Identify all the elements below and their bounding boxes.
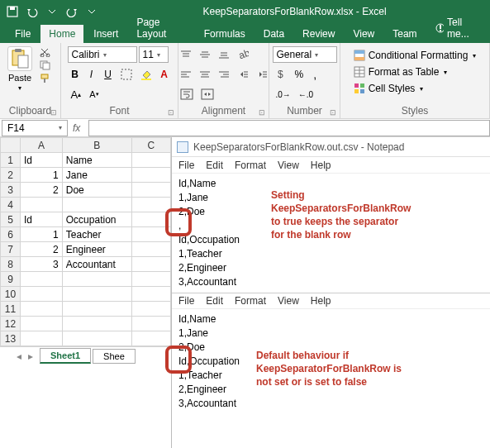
conditional-formatting-button[interactable]: Conditional Formatting▾ (352, 48, 478, 63)
cell[interactable] (21, 287, 63, 302)
cell[interactable]: Name (62, 153, 131, 168)
cell[interactable] (131, 153, 170, 168)
cell[interactable]: 2 (21, 183, 63, 198)
italic-button[interactable]: I (84, 66, 99, 83)
cell[interactable]: Engineer (62, 242, 131, 257)
copy-icon[interactable] (38, 60, 53, 71)
notepad-menu-file[interactable]: File (178, 160, 194, 171)
tab-file[interactable]: File (7, 25, 39, 43)
qat-dropdown-icon[interactable] (46, 6, 58, 17)
bold-button[interactable]: B (68, 66, 83, 83)
number-format-combo[interactable]: General▾ (273, 46, 337, 63)
row-header[interactable]: 3 (1, 183, 21, 198)
cell[interactable] (131, 183, 170, 198)
cell[interactable]: 2 (21, 242, 63, 257)
cell[interactable]: 1 (21, 227, 63, 242)
row-header[interactable]: 11 (1, 302, 21, 317)
tab-team[interactable]: Team (384, 25, 425, 43)
tab-home[interactable]: Home (40, 25, 83, 43)
align-center-icon[interactable] (196, 66, 214, 83)
cell[interactable]: Doe (62, 183, 131, 198)
font-name-combo[interactable]: Calibri▾ (68, 46, 137, 63)
cell[interactable] (21, 302, 63, 317)
row-header[interactable]: 8 (1, 257, 21, 272)
cell[interactable]: Jane (62, 168, 131, 183)
align-left-icon[interactable] (177, 66, 195, 83)
font-dialog-icon[interactable]: ⊡ (168, 108, 174, 117)
merge-center-icon[interactable] (197, 86, 217, 102)
cell-styles-button[interactable]: Cell Styles▾ (352, 81, 478, 96)
sheet-nav-next-icon[interactable]: ▸ (28, 350, 33, 362)
cell[interactable] (62, 287, 131, 302)
orientation-icon[interactable]: ab (234, 46, 252, 63)
accounting-format-icon[interactable]: $ (273, 66, 291, 83)
increase-font-icon[interactable]: A▴ (68, 86, 85, 102)
notepad-menu-format[interactable]: Format (235, 295, 266, 307)
notepad-menu-edit[interactable]: Edit (206, 160, 223, 171)
notepad-menu-format[interactable]: Format (235, 160, 266, 171)
fill-color-button[interactable] (137, 66, 155, 83)
align-right-icon[interactable] (215, 66, 233, 83)
qat-customize-icon[interactable] (86, 6, 98, 17)
decrease-decimal-icon[interactable]: ←.0 (295, 86, 316, 102)
row-header[interactable]: 5 (1, 212, 21, 227)
percent-format-icon[interactable]: % (292, 66, 307, 83)
wrap-text-icon[interactable] (177, 86, 197, 102)
cell[interactable] (62, 198, 131, 212)
row-header[interactable]: 9 (1, 272, 21, 287)
font-color-button[interactable]: A (157, 66, 172, 83)
format-as-table-button[interactable]: Format as Table▾ (352, 64, 478, 79)
row-header[interactable]: 10 (1, 287, 21, 302)
cell[interactable]: Teacher (62, 227, 131, 242)
row-header[interactable]: 1 (1, 153, 21, 168)
cell[interactable] (131, 198, 170, 212)
sheet-tab-sheet2[interactable]: Shee (93, 349, 136, 364)
name-box[interactable]: F14▾ (2, 120, 68, 136)
col-header[interactable]: C (131, 138, 170, 153)
border-button[interactable] (117, 66, 136, 83)
fx-icon[interactable]: fx (73, 122, 80, 134)
comma-format-icon[interactable]: , (307, 66, 322, 83)
sheet-nav-prev-icon[interactable]: ◂ (17, 350, 21, 362)
row-header[interactable]: 6 (1, 227, 21, 242)
cell[interactable] (131, 242, 170, 257)
tab-tell-me[interactable]: Tell me... (427, 13, 490, 43)
underline-button[interactable]: U (101, 66, 116, 83)
cell[interactable] (62, 331, 131, 346)
formula-input[interactable] (88, 120, 490, 136)
notepad-menu-help[interactable]: Help (311, 295, 331, 307)
col-header[interactable]: A (21, 138, 63, 153)
cell[interactable] (131, 331, 170, 346)
cell[interactable] (21, 198, 63, 212)
save-icon[interactable] (7, 6, 18, 17)
notepad-menu-edit[interactable]: Edit (206, 295, 223, 307)
cell[interactable] (62, 302, 131, 317)
cell[interactable] (21, 331, 63, 346)
cell[interactable] (62, 317, 131, 331)
clipboard-dialog-icon[interactable]: ⊡ (50, 108, 57, 117)
paste-dropdown-icon[interactable]: ▾ (18, 84, 21, 92)
row-header[interactable]: 2 (1, 168, 21, 183)
cell[interactable]: Id (21, 212, 63, 227)
cell[interactable]: 3 (21, 257, 63, 272)
format-painter-icon[interactable] (38, 73, 53, 84)
cell[interactable] (131, 257, 170, 272)
align-top-icon[interactable] (177, 46, 195, 63)
col-header[interactable]: B (62, 138, 131, 153)
notepad-menu-help[interactable]: Help (311, 160, 331, 171)
cell[interactable]: Id (21, 153, 63, 168)
redo-icon[interactable] (66, 6, 78, 17)
align-middle-icon[interactable] (196, 46, 214, 63)
increase-indent-icon[interactable] (253, 66, 271, 83)
row-header[interactable]: 13 (1, 331, 21, 346)
paste-icon[interactable] (7, 46, 32, 71)
number-dialog-icon[interactable]: ⊡ (330, 108, 336, 117)
cell[interactable] (62, 272, 131, 287)
cell[interactable] (131, 287, 170, 302)
notepad-menu-file[interactable]: File (178, 295, 194, 307)
cut-icon[interactable] (38, 46, 53, 58)
cell[interactable]: Accountant (62, 257, 131, 272)
tab-page-layout[interactable]: Page Layout (128, 13, 193, 43)
cell[interactable]: Occupation (62, 212, 131, 227)
grid[interactable]: A B C 1IdName 21Jane 32Doe 4 5IdOccupati… (0, 137, 171, 346)
